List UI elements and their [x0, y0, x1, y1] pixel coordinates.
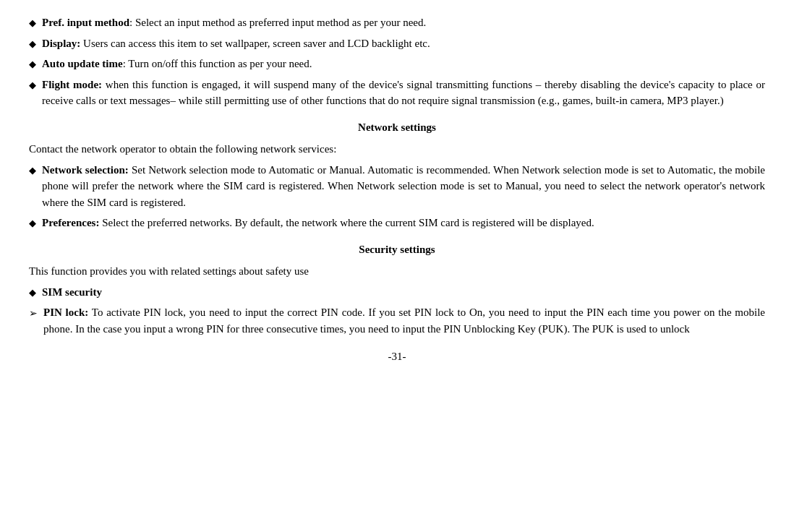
bullet-network-selection: ◆ Network selection: Set Network selecti… — [29, 162, 765, 211]
bullet-network-selection-text: Network selection: Set Network selection… — [42, 162, 765, 211]
bullet-display: ◆ Display: Users can access this item to… — [29, 35, 765, 52]
network-settings-heading: Network settings — [29, 119, 765, 136]
bullet-sim-security-text: SIM security — [42, 284, 765, 301]
diamond-icon-4: ◆ — [29, 78, 36, 93]
bullet-auto-update: ◆ Auto update time: Turn on/off this fun… — [29, 56, 765, 72]
page-number: -31- — [29, 348, 765, 365]
diamond-icon-6: ◆ — [29, 216, 36, 231]
diamond-icon-3: ◆ — [29, 57, 36, 72]
network-intro: Contact the network operator to obtain t… — [29, 141, 765, 158]
bullet-display-text: Display: Users can access this item to s… — [42, 35, 765, 52]
bullet-pin-lock: ➢ PIN lock: To activate PIN lock, you ne… — [29, 304, 765, 337]
bullet-preferences-text: Preferences: Select the preferred networ… — [42, 215, 765, 231]
bullet-preferences: ◆ Preferences: Select the preferred netw… — [29, 215, 765, 231]
diamond-icon-2: ◆ — [29, 37, 36, 51]
bullet-pref-input-text: Pref. input method: Select an input meth… — [42, 14, 765, 31]
bullet-flight-mode: ◆ Flight mode: when this function is eng… — [29, 77, 765, 109]
security-intro: This function provides you with related … — [29, 263, 765, 280]
bullet-sim-security: ◆ SIM security — [29, 284, 765, 301]
security-settings-heading: Security settings — [29, 241, 765, 258]
bullet-pref-input: ◆ Pref. input method: Select an input me… — [29, 14, 765, 31]
bullet-pin-lock-text: PIN lock: To activate PIN lock, you need… — [43, 304, 765, 337]
diamond-icon-1: ◆ — [29, 16, 36, 30]
bullet-auto-update-text: Auto update time: Turn on/off this funct… — [42, 56, 765, 72]
arrow-icon-1: ➢ — [29, 306, 38, 321]
diamond-icon-7: ◆ — [29, 286, 36, 300]
bullet-flight-mode-text: Flight mode: when this function is engag… — [42, 77, 765, 109]
diamond-icon-5: ◆ — [29, 163, 36, 178]
